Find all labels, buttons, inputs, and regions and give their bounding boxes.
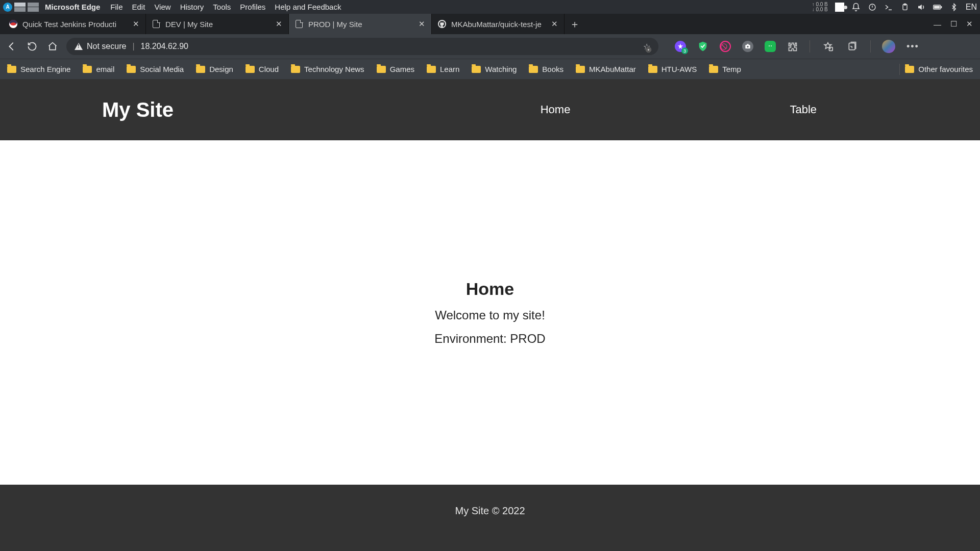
bookmark-folder[interactable]: Search Engine bbox=[7, 65, 70, 73]
extensions-area: ⃠ ••• bbox=[675, 40, 919, 53]
power-icon[interactable] bbox=[868, 3, 877, 12]
bookmark-label: Books bbox=[542, 65, 564, 73]
os-icons: A bbox=[3, 3, 39, 12]
clipboard-icon[interactable] bbox=[900, 3, 910, 12]
folder-icon bbox=[377, 66, 386, 73]
tab-strip: Quick Test Jenkins Producti ✕ DEV | My S… bbox=[0, 14, 980, 34]
minimize-button[interactable]: — bbox=[934, 20, 941, 29]
bookmark-folder[interactable]: Design bbox=[196, 65, 233, 73]
bookmark-folder[interactable]: Games bbox=[377, 65, 414, 73]
security-status[interactable]: Not secure bbox=[75, 42, 126, 51]
bookmark-folder[interactable]: Watching bbox=[472, 65, 517, 73]
folder-icon bbox=[127, 66, 136, 73]
menu-file[interactable]: File bbox=[110, 3, 122, 11]
privacy-extension-icon[interactable] bbox=[765, 41, 776, 52]
bookmark-label: Learn bbox=[440, 65, 459, 73]
profile-avatar[interactable] bbox=[882, 40, 895, 53]
favorites-button[interactable] bbox=[821, 40, 835, 53]
keyboard-lang[interactable]: EN bbox=[966, 3, 977, 12]
bookmark-folder[interactable]: Cloud bbox=[246, 65, 279, 73]
tab-label: DEV | My Site bbox=[165, 20, 271, 29]
bookmark-folder[interactable]: HTU-AWS bbox=[648, 65, 697, 73]
folder-icon bbox=[648, 66, 657, 73]
bookmark-folder[interactable]: email bbox=[83, 65, 114, 73]
adguard-extension-icon[interactable] bbox=[697, 41, 708, 52]
tab-dev[interactable]: DEV | My Site ✕ bbox=[146, 14, 289, 34]
close-window-button[interactable]: ✕ bbox=[966, 19, 973, 29]
arch-logo-icon: A bbox=[3, 3, 12, 12]
close-icon[interactable]: ✕ bbox=[551, 19, 558, 29]
nav-link-table[interactable]: Table bbox=[790, 103, 817, 116]
page-heading: Home bbox=[466, 279, 514, 299]
bookmark-folder[interactable]: Technology News bbox=[291, 65, 364, 73]
tab-prod[interactable]: PROD | My Site ✕ bbox=[289, 14, 432, 34]
folder-icon bbox=[472, 66, 481, 73]
favorite-star-icon[interactable]: ☆ bbox=[643, 42, 650, 52]
bookmark-folder[interactable]: Temp bbox=[709, 65, 741, 73]
menu-history[interactable]: History bbox=[180, 3, 204, 11]
environment-text: Environment: PROD bbox=[434, 332, 545, 346]
warning-icon bbox=[75, 43, 83, 50]
folder-icon bbox=[196, 66, 205, 73]
separator bbox=[899, 64, 900, 75]
screenshot-extension-icon[interactable] bbox=[742, 41, 753, 52]
separator bbox=[810, 40, 810, 53]
close-icon[interactable]: ✕ bbox=[276, 19, 282, 29]
noscript-extension-icon[interactable]: ⃠ bbox=[720, 41, 731, 52]
bookmark-label: Design bbox=[209, 65, 233, 73]
rewards-extension-icon[interactable] bbox=[675, 41, 686, 52]
close-icon[interactable]: ✕ bbox=[419, 19, 425, 29]
folder-icon bbox=[709, 66, 718, 73]
workspace-switcher-icon[interactable] bbox=[28, 3, 39, 12]
nav-link-home[interactable]: Home bbox=[541, 103, 571, 116]
bookmark-folder[interactable]: Books bbox=[529, 65, 564, 73]
more-menu-button[interactable]: ••• bbox=[906, 41, 919, 52]
folder-icon bbox=[427, 66, 436, 73]
network-rate: 0.0 B 0.0 B bbox=[812, 2, 828, 12]
battery-icon[interactable] bbox=[933, 3, 942, 12]
menu-view[interactable]: View bbox=[154, 3, 170, 11]
bookmark-folder[interactable]: MKAbuMattar bbox=[576, 65, 636, 73]
folder-icon bbox=[529, 66, 538, 73]
svg-rect-5 bbox=[941, 6, 942, 8]
bookmark-label: Watching bbox=[485, 65, 517, 73]
other-favourites[interactable]: Other favourites bbox=[905, 65, 973, 73]
menu-help[interactable]: Help and Feedback bbox=[275, 3, 341, 11]
tab-jenkins[interactable]: Quick Test Jenkins Producti ✕ bbox=[3, 14, 146, 34]
back-button[interactable] bbox=[5, 40, 18, 53]
bluetooth-icon[interactable] bbox=[949, 3, 959, 12]
app-menu: File Edit View History Tools Profiles He… bbox=[110, 3, 341, 11]
tab-github[interactable]: MKAbuMattar/quick-test-je ✕ bbox=[432, 14, 565, 34]
github-icon bbox=[438, 20, 446, 28]
new-tab-button[interactable]: ＋ bbox=[565, 14, 585, 34]
address-bar[interactable]: Not secure | 18.204.62.90 ☆ bbox=[66, 38, 658, 55]
folder-icon bbox=[83, 66, 92, 73]
menu-edit[interactable]: Edit bbox=[132, 3, 145, 11]
bookmark-folder[interactable]: Social Media bbox=[127, 65, 184, 73]
home-button[interactable] bbox=[46, 40, 59, 53]
menu-profiles[interactable]: Profiles bbox=[240, 3, 265, 11]
separator bbox=[870, 40, 871, 53]
site-navbar: My Site Home Table bbox=[0, 79, 980, 140]
tray-app-icon[interactable] bbox=[835, 3, 844, 12]
extensions-menu-icon[interactable] bbox=[787, 41, 798, 52]
svg-rect-4 bbox=[934, 6, 940, 9]
workspace-switcher-icon[interactable] bbox=[14, 3, 26, 12]
site-brand[interactable]: My Site bbox=[102, 98, 174, 121]
bookmarks-bar: Search Engine email Social Media Design … bbox=[0, 59, 980, 79]
svg-point-10 bbox=[771, 45, 772, 46]
bookmark-label: email bbox=[96, 65, 114, 73]
not-secure-label: Not secure bbox=[87, 42, 126, 51]
tab-label: MKAbuMattar/quick-test-je bbox=[451, 20, 546, 29]
notifications-icon[interactable] bbox=[851, 3, 861, 12]
menu-tools[interactable]: Tools bbox=[213, 3, 231, 11]
collections-button[interactable] bbox=[846, 40, 859, 53]
bookmark-folder[interactable]: Learn bbox=[427, 65, 459, 73]
volume-icon[interactable] bbox=[917, 3, 926, 12]
maximize-button[interactable]: ☐ bbox=[950, 19, 957, 29]
bookmark-label: Games bbox=[390, 65, 414, 73]
terminal-icon[interactable] bbox=[884, 3, 893, 12]
close-icon[interactable]: ✕ bbox=[133, 19, 139, 29]
bookmark-label: Cloud bbox=[259, 65, 279, 73]
refresh-button[interactable] bbox=[26, 40, 39, 53]
